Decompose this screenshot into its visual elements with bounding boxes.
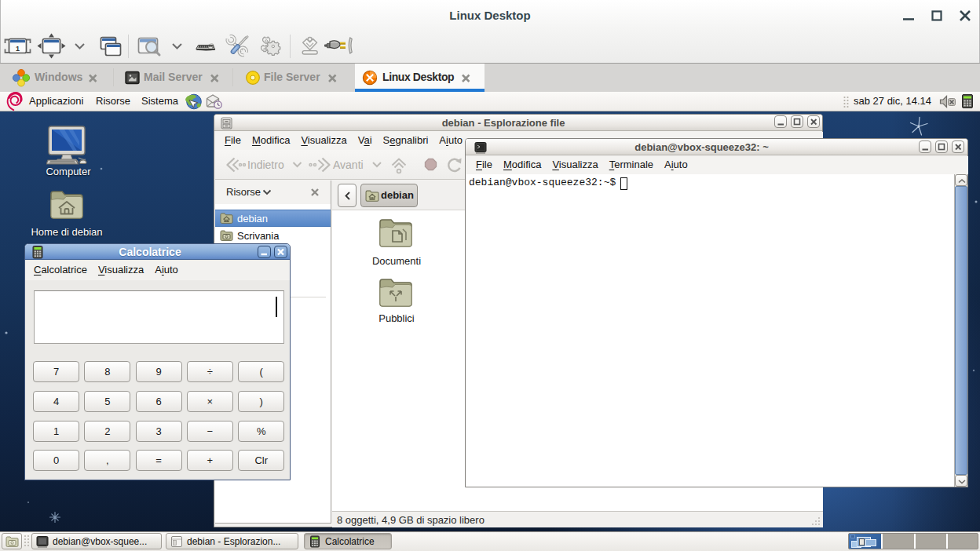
svg-text:Indietro: Indietro [247, 159, 284, 171]
svg-text:Avanti: Avanti [333, 159, 364, 171]
svg-text:1: 1 [16, 45, 20, 53]
